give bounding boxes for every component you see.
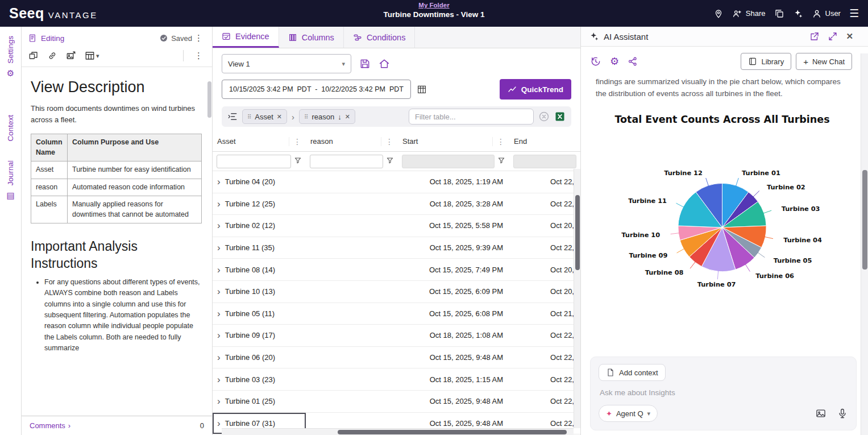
agent-selector[interactable]: ✦ Agent Q ▾ (599, 405, 658, 422)
vertical-scrollbar[interactable] (574, 169, 580, 428)
asset-cell[interactable]: ›Turbine 06 (20) (213, 347, 306, 368)
seeq-logo[interactable]: Seeq VANTAGE (9, 5, 98, 22)
calendar-grid-icon[interactable] (417, 84, 427, 94)
asset-cell[interactable]: ›Turbine 08 (14) (213, 259, 306, 280)
column-header-reason[interactable]: reason ⋮ (306, 131, 398, 151)
scrollbar-thumb[interactable] (575, 195, 580, 270)
tab-conditions[interactable]: Conditions (344, 27, 416, 48)
row-expand-chevron[interactable]: › (217, 177, 221, 187)
reason-filter-input[interactable] (310, 155, 383, 168)
share-nodes-icon[interactable] (628, 56, 638, 67)
remove-chip-icon[interactable]: ✕ (345, 113, 350, 121)
asset-cell[interactable]: ›Turbine 02 (12) (213, 215, 306, 237)
asset-cell[interactable]: ›Turbine 04 (20) (213, 171, 306, 193)
table-row[interactable]: ›Turbine 12 (25)Oct 18, 2025, 3:28 AMOct… (213, 193, 580, 216)
table-row[interactable]: ›Turbine 02 (12)Oct 15, 2025, 5:58 PMOct… (213, 215, 580, 237)
user-menu[interactable]: User (812, 9, 841, 19)
end-filter-input[interactable] (513, 155, 576, 168)
funnel-icon[interactable] (497, 156, 505, 167)
column-menu-icon[interactable]: ⋮ (289, 137, 301, 146)
new-chat-button[interactable]: + New Chat (796, 53, 852, 70)
rail-item-context[interactable]: Context (6, 115, 15, 142)
journal-scrollbar[interactable] (207, 81, 211, 118)
journal-more-menu-icon[interactable]: ⋮ (192, 33, 205, 43)
excel-export-icon[interactable] (554, 111, 566, 122)
row-expand-chevron[interactable]: › (217, 199, 221, 209)
remove-chip-icon[interactable]: ✕ (277, 113, 282, 121)
filter-table-input[interactable] (409, 109, 534, 125)
clear-filter-icon[interactable] (538, 111, 550, 122)
row-expand-chevron[interactable]: › (217, 309, 221, 318)
drag-handle-icon[interactable]: ⠿ (247, 114, 251, 120)
add-context-button[interactable]: Add context (599, 364, 666, 381)
horizontal-scrollbar[interactable] (222, 428, 574, 435)
row-expand-chevron[interactable]: › (217, 243, 221, 252)
table-row[interactable]: ›Turbine 10 (13)Oct 15, 2025, 6:09 PMOct… (213, 281, 580, 303)
asset-cell[interactable]: ›Turbine 05 (11) (213, 303, 306, 325)
asset-cell[interactable]: ›Turbine 03 (23) (213, 368, 306, 390)
home-icon[interactable] (379, 58, 390, 69)
library-button[interactable]: Library (741, 53, 791, 70)
asset-cell[interactable]: ›Turbine 01 (25) (213, 391, 306, 412)
asset-cell[interactable]: ›Turbine 10 (13) (213, 281, 306, 303)
close-icon[interactable]: ✕ (846, 31, 853, 42)
column-header-start[interactable]: Start ⋮ (398, 131, 509, 151)
table-row[interactable]: ›Turbine 11 (35)Oct 15, 2025, 9:39 AMOct… (213, 237, 580, 259)
drag-handle-icon[interactable]: ⠿ (304, 114, 308, 120)
rail-item-journal[interactable]: Journal (6, 160, 15, 185)
table-row[interactable]: ›Turbine 09 (17)Oct 18, 2025, 1:08 AMOct… (213, 325, 580, 347)
column-menu-icon[interactable]: ⋮ (492, 137, 505, 146)
row-expand-chevron[interactable]: › (217, 353, 221, 362)
funnel-icon[interactable] (386, 156, 394, 167)
asset-cell[interactable]: ›Turbine 12 (25) (213, 193, 306, 215)
editing-mode-button[interactable]: Editing (28, 34, 64, 43)
journal-icon[interactable]: ▤ (6, 190, 14, 201)
open-in-new-icon[interactable] (809, 31, 820, 42)
table-row[interactable]: ›Turbine 01 (25)Oct 15, 2025, 9:48 AMOct… (213, 391, 580, 413)
sort-desc-icon[interactable]: ↓ (338, 113, 342, 121)
location-pin-icon[interactable] (713, 9, 724, 19)
attach-image-icon[interactable] (815, 408, 827, 419)
assistant-chat-content[interactable]: findings are summarized visually in the … (581, 76, 868, 352)
group-chip-reason[interactable]: ⠿ reason ↓ ✕ (299, 109, 355, 124)
scrollbar-thumb[interactable] (338, 430, 566, 434)
asset-cell[interactable]: ›Turbine 11 (35) (213, 237, 306, 259)
history-icon[interactable] (590, 56, 601, 67)
assistant-prompt-input[interactable]: Ask me about Insights (600, 388, 847, 397)
worksheets-icon[interactable] (774, 9, 784, 19)
row-expand-chevron[interactable]: › (217, 330, 221, 340)
column-header-asset[interactable]: Asset ⋮ (213, 131, 306, 151)
microphone-icon[interactable] (837, 408, 848, 419)
group-rows-icon[interactable] (227, 111, 238, 122)
view-select[interactable]: View 1 ▾ (222, 54, 351, 73)
table-row[interactable]: ›Turbine 05 (11)Oct 15, 2025, 6:08 PMOct… (213, 303, 580, 325)
tab-evidence[interactable]: Evidence (213, 27, 279, 48)
scrollbar-thumb[interactable] (862, 170, 867, 270)
ai-sparkle-icon[interactable] (793, 9, 803, 19)
row-expand-chevron[interactable]: › (217, 221, 221, 230)
column-menu-icon[interactable]: ⋮ (381, 137, 393, 146)
row-expand-chevron[interactable]: › (217, 419, 221, 428)
table-row[interactable]: ›Turbine 06 (20)Oct 15, 2025, 9:48 AMOct… (213, 347, 580, 369)
toolbar-overflow-icon[interactable]: ⋮ (192, 51, 205, 61)
row-expand-chevron[interactable]: › (217, 287, 221, 296)
comments-link[interactable]: Comments › (30, 421, 70, 430)
column-header-end[interactable]: End (509, 131, 580, 151)
row-expand-chevron[interactable]: › (217, 396, 221, 406)
expand-icon[interactable] (828, 31, 838, 42)
insert-image-icon[interactable] (66, 51, 76, 61)
asset-filter-input[interactable] (217, 155, 291, 168)
hamburger-menu-icon[interactable]: ☰ (849, 8, 859, 19)
save-view-icon[interactable] (359, 58, 371, 69)
breadcrumb[interactable]: My Folder (383, 2, 484, 9)
assistant-settings-gear-icon[interactable]: ⚙ (610, 55, 619, 68)
insert-table-icon[interactable]: ▾ (85, 51, 99, 61)
rail-item-settings[interactable]: Settings (6, 36, 15, 64)
table-row[interactable]: ›Turbine 08 (14)Oct 15, 2025, 7:49 PMOct… (213, 259, 580, 281)
asset-cell[interactable]: ›Turbine 09 (17) (213, 325, 306, 346)
insert-seeq-content-icon[interactable] (28, 51, 39, 61)
gear-icon[interactable]: ⚙ (7, 68, 14, 78)
insert-link-icon[interactable] (47, 51, 57, 61)
table-row[interactable]: ›Turbine 04 (20)Oct 18, 2025, 1:19 AMOct… (213, 171, 580, 193)
tab-columns[interactable]: Columns (279, 27, 344, 48)
